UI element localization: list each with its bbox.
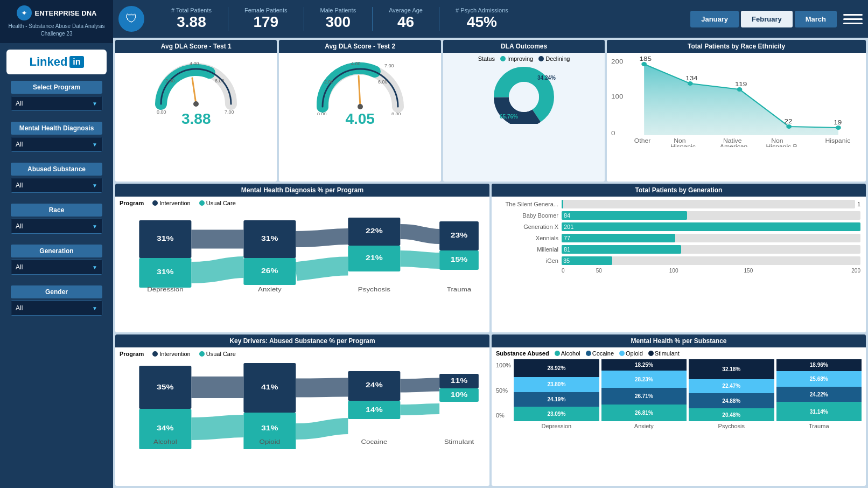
filter-generation-select[interactable]: All [11,260,102,274]
card-generation: Total Patients by Generation The Silent … [492,184,866,332]
svg-text:24%: 24% [366,381,383,388]
filter-diagnosis-wrapper[interactable]: All ▼ [11,137,102,152]
menu-hamburger[interactable] [843,9,863,29]
gauge-svg-2: 0.00 2.00 4.00 6.00 7.00 8.00 [314,55,406,115]
usual-care-legend: Usual Care [199,200,236,206]
filter-race-wrapper[interactable]: All ▼ [11,219,102,234]
filter-gender-select[interactable]: All [11,301,102,315]
improving-legend: Improving [500,55,533,62]
card-dla2-body: 0.00 2.00 4.00 6.00 7.00 8.00 4.05 [279,53,440,129]
card-race-header: Total Patients by Race Ethnicity [607,40,866,53]
gen-label-millenial: Millenial [497,246,562,253]
stat-male-label: Male Patients [320,7,356,13]
gen-x-200: 200 [786,268,860,274]
filter-program-wrapper[interactable]: All ▼ [11,96,102,111]
gen-x-150: 150 [711,268,786,274]
svg-text:Depression: Depression [147,286,183,293]
svg-text:22%: 22% [366,227,383,234]
gen-fill-silent [562,200,563,208]
filter-diagnosis-select[interactable]: All [11,137,102,151]
gen-track-boomer: 84 [562,211,860,220]
mhs-psy-stimulant: 32.18% [689,359,774,379]
mhs-col-psychosis: 32.18% 22.47% 24.88% 20.48% Psychosis [689,359,774,429]
sidebar: ✦ ENTERPRISE DNA Health - Substance Abus… [0,0,113,488]
sidebar-logo: ✦ ENTERPRISE DNA [5,5,108,20]
svg-point-1 [193,101,199,107]
gen-fill-genx: 201 [562,222,860,231]
svg-point-8 [358,104,363,109]
improving-label: Improving [507,55,533,62]
outcomes-legend: Status Improving Declining [478,55,570,62]
stat-age-label: Average Age [389,7,423,13]
svg-text:4.00: 4.00 [190,61,199,66]
intervention-label: Intervention [159,200,190,206]
svg-text:10%: 10% [451,391,468,398]
svg-point-17 [509,82,539,112]
filter-program-section: Select Program All ▼ [5,81,108,122]
gen-label-igen: iGen [497,257,562,264]
card-race: Total Patients by Race Ethnicity 200 100… [607,40,866,182]
intervention-legend: Intervention [152,200,190,206]
svg-point-25 [688,81,693,86]
svg-text:134: 134 [685,75,698,82]
svg-text:100: 100 [611,93,624,100]
sidebar-subtitle: Health - Substance Abuse Data Analysis C… [5,23,108,38]
svg-text:Anxiety: Anxiety [258,286,282,293]
stat-female-label: Female Patients [244,7,287,13]
svg-text:Cocaine: Cocaine [361,438,387,445]
mhs-y-axis: 100% 50% 0% [496,359,514,429]
card-outcomes-body: Status Improving Declining [443,53,605,127]
gen-label-silent: The Silent Genera... [497,201,562,207]
filter-substance-wrapper[interactable]: All ▼ [11,178,102,193]
filter-gender-wrapper[interactable]: All ▼ [11,301,102,316]
filter-race-select[interactable]: All [11,219,102,233]
mhs-cocaine-dot [586,351,591,356]
card-mhs-header: Mental Health % per Substance [492,334,866,347]
card-mh-body: Program Intervention Usual Care 31% [115,197,489,301]
svg-text:Opioid: Opioid [260,438,281,445]
outcomes-status-label: Status [478,55,495,62]
mhs-stimulant-dot [648,351,654,356]
svg-text:7.00: 7.00 [225,109,234,115]
mh-flow-svg: 31% 31% 31% 26% 22% 21% [120,210,485,296]
stat-male: Male Patients 300 [304,7,373,31]
svg-text:0.00: 0.00 [317,111,327,115]
january-button[interactable]: January [690,11,739,27]
gen-track-silent [562,200,855,208]
intervention-dot [152,200,158,206]
svg-point-28 [836,126,841,130]
mhs-legend: Substance Abused Alcohol Cocaine Opioid [496,350,862,357]
filter-substance-select[interactable]: All [11,178,102,192]
filter-gender-section: Gender All ▼ [5,285,108,326]
mhs-dep-stimulant: 28.92% [514,359,599,377]
logo-text: ENTERPRISE DNA [35,8,97,18]
mhs-substance-label: Substance Abused [496,350,549,357]
declining-dot [538,56,544,61]
svg-point-27 [787,124,792,129]
gen-bar-row-genx: Generation X 201 [497,222,860,231]
svg-text:34.24%: 34.24% [537,75,556,81]
stat-psych-value: 45% [467,13,497,31]
filter-program-select[interactable]: All [11,96,102,110]
gauge-svg-1: 0.00 2.00 4.00 6.00 7.00 [150,55,242,115]
mhs-stacked-depression: 28.92% 23.80% 24.19% 23.09% [514,359,599,421]
kd-legend: Program Intervention Usual Care [120,351,485,357]
february-button[interactable]: February [741,11,793,27]
svg-text:31%: 31% [157,234,174,242]
svg-point-26 [737,87,743,92]
logo-enterprise: ENTERPRISE DNA [35,9,97,17]
svg-text:41%: 41% [261,383,278,391]
stat-total-value: 3.88 [177,13,206,31]
kd-intervention-text: Intervention [159,351,190,357]
card-mh-header: Mental Health Diagnosis % per Program [115,184,489,197]
gen-track-igen: 35 [562,256,860,265]
svg-text:35%: 35% [157,383,174,391]
stat-male-value: 300 [325,13,351,31]
march-button[interactable]: March [795,11,837,27]
filter-generation-wrapper[interactable]: All ▼ [11,260,102,275]
card-mhs-body: Substance Abused Alcohol Cocaine Opioid [492,347,866,432]
mhs-tra-opioid: 25.68% [776,371,862,387]
gen-label-genx: Generation X [497,224,562,230]
svg-text:11%: 11% [451,377,468,384]
svg-text:6.00: 6.00 [378,79,388,85]
